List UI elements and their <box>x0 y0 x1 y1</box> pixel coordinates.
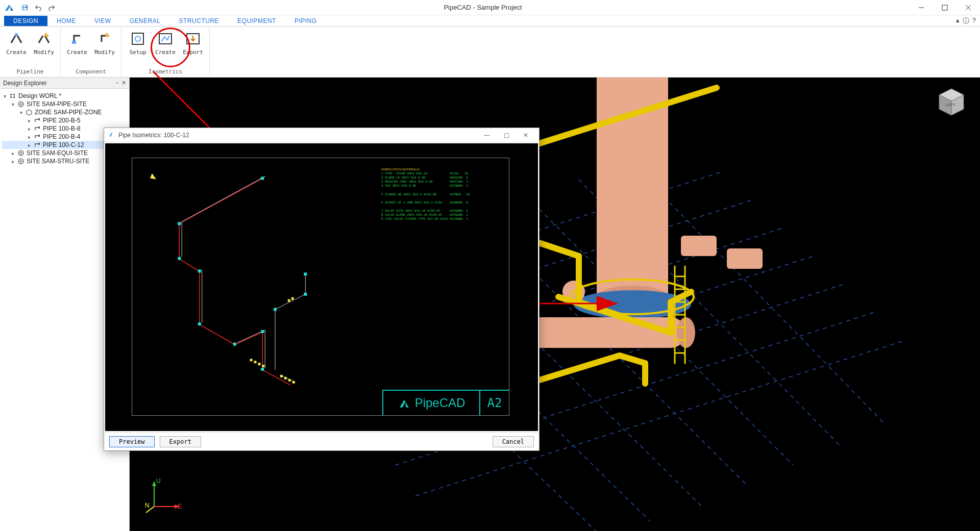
svg-rect-18 <box>38 127 40 129</box>
pipe-icon <box>34 133 41 140</box>
svg-rect-73 <box>178 222 181 225</box>
dialog-header[interactable]: Pipe Isometrics: 100-C-12 — ▢ ✕ <box>104 128 539 142</box>
svg-rect-85 <box>254 361 257 363</box>
quick-access-toolbar <box>20 3 56 12</box>
pipeline-modify-button[interactable]: Modify <box>31 28 57 67</box>
component-modify-button[interactable]: Modify <box>91 28 118 67</box>
window-controls <box>910 0 980 15</box>
svg-rect-15 <box>13 96 15 98</box>
info-icon[interactable]: ⓘ <box>963 16 969 26</box>
iso-setup-icon <box>130 31 146 47</box>
ribbon-group-label: Pipeline <box>3 67 57 77</box>
redo-icon[interactable] <box>47 3 56 12</box>
svg-rect-79 <box>261 368 264 371</box>
pipe-icon <box>34 141 41 148</box>
svg-rect-77 <box>233 343 236 346</box>
svg-text:E: E <box>178 503 182 510</box>
svg-rect-93 <box>291 297 294 300</box>
tab-piping[interactable]: PIPING <box>285 16 326 26</box>
tree-node-label: PIPE 100-C-12 <box>43 141 84 148</box>
pipeline-create-button[interactable]: Create <box>3 28 30 67</box>
iso-sheet-size: A2 <box>480 391 509 415</box>
undo-icon[interactable] <box>34 3 43 12</box>
help-icon[interactable]: ? <box>972 16 976 26</box>
pipe-icon <box>34 125 41 132</box>
maximize-button[interactable] <box>933 0 957 15</box>
svg-rect-44 <box>681 236 717 256</box>
svg-marker-62 <box>152 481 156 486</box>
tree-node[interactable]: ▾ZONE SAM-PIPE-ZONE <box>2 108 127 116</box>
tree-twisty-icon[interactable]: ▸ <box>10 150 15 156</box>
svg-text:N: N <box>145 502 150 509</box>
close-button[interactable] <box>957 0 980 15</box>
svg-rect-92 <box>288 299 290 302</box>
isometrics-setup-button[interactable]: Setup <box>125 28 151 67</box>
iso-export-icon <box>185 31 201 47</box>
tree-twisty-icon[interactable]: ▸ <box>10 159 15 164</box>
save-icon[interactable] <box>20 3 30 12</box>
isometrics-export-button[interactable]: Export <box>180 28 206 67</box>
tab-general[interactable]: GENERAL <box>120 16 170 26</box>
ribbon-group-component: CreateModifyComponent <box>61 27 121 77</box>
svg-rect-0 <box>23 5 26 7</box>
iso-drawing-frame: FABRICATION MATERIALS 1 PIPE SCH40 ANSI … <box>132 158 509 416</box>
tree-node[interactable]: ▸PIPE 200-B-5 <box>2 116 127 124</box>
svg-rect-7 <box>72 41 76 44</box>
dialog-maximize-button[interactable]: ▢ <box>497 129 516 141</box>
tree-twisty-icon[interactable]: ▾ <box>2 93 7 99</box>
tab-equipment[interactable]: EQUIPMENT <box>228 16 285 26</box>
isometric-preview[interactable]: FABRICATION MATERIALS 1 PIPE SCH40 ANSI … <box>105 143 538 431</box>
ribbon-group-label: Isometrics <box>125 67 206 77</box>
tree-twisty-icon[interactable]: ▾ <box>18 110 23 115</box>
svg-rect-82 <box>304 272 307 275</box>
component-create-button[interactable]: Create <box>64 28 90 67</box>
panel-close-icon[interactable]: ✕ <box>121 80 126 86</box>
svg-rect-80 <box>274 308 277 311</box>
svg-point-9 <box>135 36 140 41</box>
view-cube[interactable]: LEFT <box>935 86 968 118</box>
panel-float-icon[interactable]: ▫ <box>116 80 118 86</box>
svg-rect-88 <box>280 375 283 377</box>
tree-twisty-icon[interactable]: ▸ <box>27 142 32 148</box>
ribbon-group-label: Component <box>64 67 118 77</box>
iso-create-icon <box>157 31 174 47</box>
tree-twisty-icon[interactable]: ▸ <box>27 134 32 140</box>
tree-twisty-icon[interactable]: ▸ <box>27 118 32 123</box>
svg-marker-72 <box>150 173 156 180</box>
svg-rect-86 <box>258 363 260 365</box>
iso-title-logo: PipeCAD <box>383 391 480 415</box>
tab-home[interactable]: HOME <box>47 16 85 26</box>
svg-rect-1 <box>23 8 27 10</box>
svg-rect-13 <box>10 96 12 98</box>
svg-rect-3 <box>942 5 947 10</box>
ribbon-tabs: DESIGNHOMEVIEWGENERALSTRUCTUREEQUIPMENTP… <box>0 15 980 27</box>
dialog-close-button[interactable]: ✕ <box>517 129 535 141</box>
design-explorer-header: Design Explorer ▫ ✕ <box>0 78 129 89</box>
tab-structure[interactable]: STRUCTURE <box>170 16 229 26</box>
site-icon <box>17 149 24 157</box>
tree-node[interactable]: ▾Design WORL * <box>2 92 127 100</box>
isometrics-create-button[interactable]: Create <box>152 28 179 67</box>
svg-text:U: U <box>156 477 161 485</box>
svg-rect-78 <box>261 330 264 333</box>
dialog-minimize-button[interactable]: — <box>478 129 496 141</box>
cancel-button[interactable]: Cancel <box>493 436 534 447</box>
export-button[interactable]: Export <box>160 436 201 447</box>
svg-rect-12 <box>10 94 12 95</box>
dialog-footer: Preview Export Cancel <box>104 432 539 450</box>
svg-rect-8 <box>132 33 143 44</box>
minimize-button[interactable] <box>910 0 933 15</box>
tree-node[interactable]: ▾SITE SAM-PIPE-SITE <box>2 100 127 108</box>
tree-twisty-icon[interactable]: ▸ <box>27 126 32 132</box>
collapse-ribbon-icon[interactable]: ▴ <box>956 16 960 26</box>
svg-rect-90 <box>288 379 291 382</box>
tab-design[interactable]: DESIGN <box>4 16 47 26</box>
tab-view[interactable]: VIEW <box>85 16 120 26</box>
iso-bom-text: FABRICATION MATERIALS 1 PIPE SCH40 ANSI … <box>381 167 483 221</box>
pipe-icon <box>34 117 41 124</box>
svg-rect-81 <box>304 293 307 296</box>
preview-button[interactable]: Preview <box>109 436 155 447</box>
pipe-modify-icon <box>36 31 52 47</box>
tree-twisty-icon[interactable]: ▾ <box>10 102 15 107</box>
world-icon <box>9 92 16 99</box>
